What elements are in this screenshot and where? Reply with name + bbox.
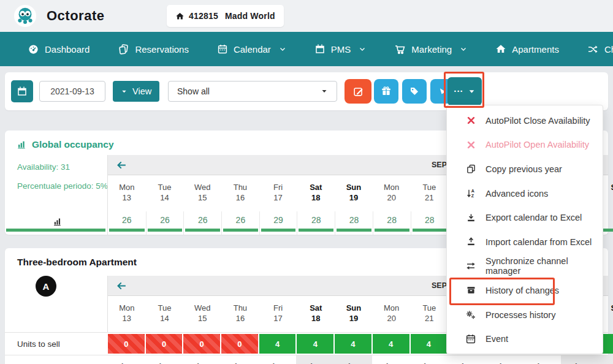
length-of-stay-cell[interactable]: 1: [183, 355, 221, 364]
nav-item-channels[interactable]: Channels: [587, 44, 613, 55]
availability-value-cell[interactable]: 28: [335, 211, 373, 235]
availability-value-cell[interactable]: 26: [221, 211, 259, 235]
day-cell[interactable]: Thu16: [221, 175, 259, 211]
datepicker-button[interactable]: [11, 80, 33, 102]
day-cell[interactable]: Tue21: [411, 296, 449, 332]
availability-value-cell[interactable]: 26: [146, 211, 184, 235]
day-cell[interactable]: Wed15: [183, 175, 221, 211]
caret-down-icon: [121, 88, 128, 95]
units-cell[interactable]: 0: [183, 333, 221, 355]
day-cell[interactable]: Wed15: [183, 296, 221, 332]
length-of-stay-label: Length of stay: [5, 355, 107, 364]
nav-item-calendar[interactable]: Calendar: [217, 44, 286, 55]
calendar-icon: [217, 44, 228, 55]
previous-arrow-icon[interactable]: [116, 159, 128, 171]
copy-icon: [465, 164, 476, 174]
day-cell[interactable]: Mon20: [373, 175, 411, 211]
day-cell[interactable]: Sun19: [335, 175, 373, 211]
length-of-stay-cell[interactable]: 1: [372, 355, 410, 364]
units-cell[interactable]: 4: [372, 333, 410, 355]
tag-button[interactable]: [402, 79, 427, 104]
length-of-stay-cell[interactable]: 1: [410, 355, 448, 364]
day-cell[interactable]: Mon20: [373, 296, 411, 332]
length-of-stay-cell[interactable]: 1: [561, 355, 599, 364]
nav-item-marketing[interactable]: Marketing: [394, 44, 467, 55]
day-cell[interactable]: Tue21: [411, 175, 449, 211]
pointer-icon: [437, 86, 448, 97]
nav-item-apartments[interactable]: Apartments: [495, 44, 559, 55]
day-cell[interactable]: Tue14: [146, 296, 184, 332]
day-cell[interactable]: Tue14: [146, 175, 184, 211]
gift-button[interactable]: [374, 79, 398, 104]
availability-value-cell[interactable]: 28: [411, 211, 449, 235]
menu-item-event[interactable]: Event: [447, 327, 603, 351]
units-cell[interactable]: 0: [145, 333, 183, 355]
nav-item-reservations[interactable]: Reservations: [118, 44, 189, 55]
availability-value-cell[interactable]: 29: [259, 211, 297, 235]
ellipsis-icon: ...: [454, 86, 463, 92]
chevron-down-icon: [460, 45, 467, 53]
day-cell[interactable]: Mon13: [108, 296, 146, 332]
download-icon: [465, 213, 476, 223]
property-badge[interactable]: 412815 Madd World: [167, 5, 284, 27]
length-of-stay-cell[interactable]: 1: [107, 355, 145, 364]
more-actions-button[interactable]: ...: [447, 77, 482, 105]
length-of-stay-cell[interactable]: 1: [524, 355, 562, 364]
occupancy-bar: [375, 229, 409, 232]
units-cell[interactable]: 0: [221, 333, 259, 355]
length-of-stay-cell[interactable]: 1: [599, 355, 613, 364]
date-input[interactable]: [39, 81, 105, 102]
menu-item-advanced-icons[interactable]: AZAdvanced icons: [447, 181, 603, 206]
menu-item-synchronize-channel-manager[interactable]: Synchronize channel manager: [447, 254, 603, 279]
units-to-sell-label: Units to sell: [5, 333, 107, 355]
length-of-stay-cell[interactable]: 1: [296, 355, 334, 364]
length-of-stay-cell[interactable]: 1: [145, 355, 183, 364]
units-cell[interactable]: 0: [107, 333, 145, 355]
octorate-logo-icon: [13, 4, 37, 28]
length-of-stay-cell[interactable]: 1: [221, 355, 259, 364]
menu-item-label: AutoPilot Close Availability: [485, 116, 590, 126]
view-button[interactable]: View: [113, 81, 159, 102]
nav-item-dashboard[interactable]: Dashboard: [28, 44, 89, 55]
day-cell[interactable]: Sat18: [297, 175, 335, 211]
menu-item-label: Export calendar to Excel: [485, 213, 582, 222]
menu-item-import-calendar-from-excel[interactable]: Import calendar from Excel: [447, 230, 603, 254]
nav-item-pms[interactable]: PMS: [314, 44, 367, 55]
menu-item-export-calendar-to-excel[interactable]: Export calendar to Excel: [447, 205, 603, 230]
tag-icon: [409, 86, 420, 97]
menu-item-history-of-changes[interactable]: History of changes: [447, 278, 603, 303]
menu-item-processes-history[interactable]: Processes history: [447, 303, 603, 327]
units-cell[interactable]: 4: [259, 333, 297, 355]
menu-item-copy-previous-year[interactable]: Copy previous year: [447, 157, 603, 181]
previous-arrow-icon[interactable]: [116, 280, 128, 292]
menu-item-label: Processes history: [485, 310, 555, 320]
length-of-stay-cell[interactable]: 1: [259, 355, 297, 364]
availability-value-cell[interactable]: 28: [373, 211, 411, 235]
availability-value-cell[interactable]: 26: [108, 211, 146, 235]
day-cell[interactable]: Fri17: [259, 296, 297, 332]
day-cell[interactable]: Mon13: [108, 175, 146, 211]
day-cell[interactable]: Sat18: [297, 296, 335, 332]
shuffle-icon: [587, 44, 599, 55]
menu-item-autopilot-close-availability[interactable]: AutoPilot Close Availability: [447, 108, 603, 133]
availability-value-cell[interactable]: 26: [183, 211, 221, 235]
day-cell[interactable]: Thu16: [221, 296, 259, 332]
units-cell[interactable]: 4: [334, 333, 372, 355]
nav-item-label: Channels: [604, 44, 613, 55]
filter-select[interactable]: Show all: [168, 81, 337, 102]
menu-item-label: Synchronize channel manager: [485, 256, 603, 276]
day-cell[interactable]: Fri17: [259, 175, 297, 211]
length-of-stay-cell[interactable]: 1: [447, 355, 485, 364]
occupancy-bar: [413, 229, 447, 232]
main-navbar: DashboardReservationsCalendarPMSMarketin…: [0, 32, 613, 66]
edit-button[interactable]: [345, 79, 371, 104]
apartment-title: Three-bedroom Apartment: [17, 257, 137, 268]
apartment-avatar[interactable]: A: [36, 276, 56, 297]
day-cell[interactable]: Sun19: [335, 296, 373, 332]
occupancy-bar: [261, 229, 296, 232]
units-cell[interactable]: 4: [410, 333, 448, 355]
length-of-stay-cell[interactable]: 1: [485, 355, 524, 364]
units-cell[interactable]: 4: [296, 333, 334, 355]
length-of-stay-cell[interactable]: 1: [334, 355, 372, 364]
availability-value-cell[interactable]: 28: [297, 211, 335, 235]
